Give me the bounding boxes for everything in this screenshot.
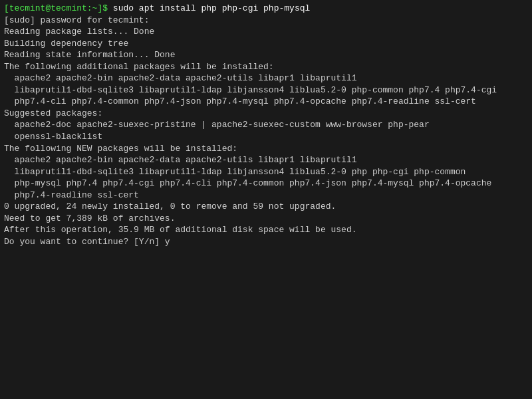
command-line: [tecmint@tecmint:~]$ sudo apt install ph… xyxy=(4,3,528,15)
output-line: apache2 apache2-bin apache2-data apache2… xyxy=(4,154,528,166)
prompt: [tecmint@tecmint:~]$ xyxy=(4,3,108,13)
output-line: php7.4-cli php7.4-common php7.4-json php… xyxy=(4,96,528,108)
output-line: apache2-doc apache2-suexec-pristine | ap… xyxy=(4,119,528,131)
output-line: [sudo] password for tecmint: xyxy=(4,15,528,27)
output-line: Suggested packages: xyxy=(4,108,528,120)
output-line: The following additional packages will b… xyxy=(4,61,528,73)
command: sudo apt install php php-cgi php-mysql xyxy=(108,3,310,13)
output-line: Reading state information... Done xyxy=(4,49,528,61)
output-line: After this operation, 35.9 MB of additio… xyxy=(4,224,528,236)
terminal: [tecmint@tecmint:~]$ sudo apt install ph… xyxy=(0,0,532,399)
output-line: The following NEW packages will be insta… xyxy=(4,143,528,155)
output-line: libaprutil1-dbd-sqlite3 libaprutil1-ldap… xyxy=(4,84,528,96)
output-line: apache2 apache2-bin apache2-data apache2… xyxy=(4,72,528,84)
output-line: 0 upgraded, 24 newly installed, 0 to rem… xyxy=(4,201,528,213)
output-line: openssl-blacklist xyxy=(4,131,528,143)
output-line: libaprutil1-dbd-sqlite3 libaprutil1-ldap… xyxy=(4,166,528,178)
output-line: php-mysql php7.4 php7.4-cgi php7.4-cli p… xyxy=(4,178,528,190)
output-line: php7.4-readline ssl-cert xyxy=(4,190,528,201)
output-line: Need to get 7,389 kB of archives. xyxy=(4,213,528,225)
output-line: Building dependency tree xyxy=(4,38,528,50)
output-line: Do you want to continue? [Y/n] y xyxy=(4,236,528,248)
output-line: Reading package lists... Done xyxy=(4,26,528,38)
